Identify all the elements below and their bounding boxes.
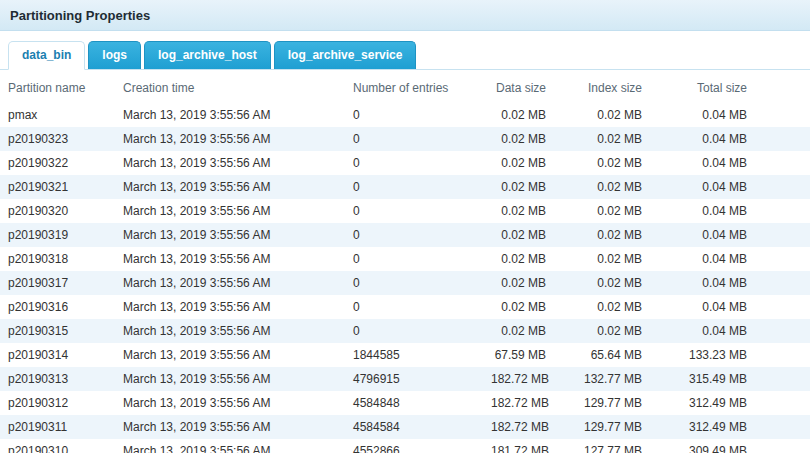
table-cell: 0.02 MB [560, 295, 660, 319]
table-cell: 0.02 MB [483, 319, 560, 343]
table-cell: 0.02 MB [560, 223, 660, 247]
table-cell: 4584584 [345, 415, 483, 439]
tab-logs[interactable]: logs [88, 41, 141, 69]
table-cell: 182.72 MB [483, 415, 560, 439]
table-cell: p20190316 [0, 295, 115, 319]
table-cell: 65.64 MB [560, 343, 660, 367]
column-header-data-size: Data size [483, 72, 560, 103]
table-cell: p20190322 [0, 151, 115, 175]
table-cell: March 13, 2019 3:55:56 AM [115, 247, 345, 271]
table-cell: 0.02 MB [483, 175, 560, 199]
table-row[interactable]: p20190318March 13, 2019 3:55:56 AM00.02 … [0, 247, 810, 271]
table-row[interactable]: p20190316March 13, 2019 3:55:56 AM00.02 … [0, 295, 810, 319]
table-row[interactable]: p20190310March 13, 2019 3:55:56 AM455286… [0, 439, 810, 453]
table-cell: March 13, 2019 3:55:56 AM [115, 175, 345, 199]
table-cell: 315.49 MB [660, 367, 810, 391]
table-cell: 67.59 MB [483, 343, 560, 367]
table-cell: 309.49 MB [660, 439, 810, 453]
table-cell: March 13, 2019 3:55:56 AM [115, 223, 345, 247]
table-cell: March 13, 2019 3:55:56 AM [115, 151, 345, 175]
table-row[interactable]: p20190312March 13, 2019 3:55:56 AM458484… [0, 391, 810, 415]
table-cell: 182.72 MB [483, 391, 560, 415]
table-cell: March 13, 2019 3:55:56 AM [115, 103, 345, 127]
table-cell: 182.72 MB [483, 367, 560, 391]
table-row[interactable]: p20190314March 13, 2019 3:55:56 AM184458… [0, 343, 810, 367]
table-cell: 4552866 [345, 439, 483, 453]
page-title: Partitioning Properties [10, 8, 150, 23]
table-cell: 0.04 MB [660, 247, 810, 271]
table-cell: 0 [345, 319, 483, 343]
column-header-creation-time: Creation time [115, 72, 345, 103]
table-cell: 129.77 MB [560, 415, 660, 439]
table-cell: March 13, 2019 3:55:56 AM [115, 415, 345, 439]
table-cell: 0 [345, 151, 483, 175]
table-row[interactable]: p20190322March 13, 2019 3:55:56 AM00.02 … [0, 151, 810, 175]
table-cell: March 13, 2019 3:55:56 AM [115, 295, 345, 319]
table-row[interactable]: pmaxMarch 13, 2019 3:55:56 AM00.02 MB0.0… [0, 103, 810, 127]
table-row[interactable]: p20190319March 13, 2019 3:55:56 AM00.02 … [0, 223, 810, 247]
table-cell: 0.02 MB [560, 175, 660, 199]
table-cell: 312.49 MB [660, 391, 810, 415]
table-cell: March 13, 2019 3:55:56 AM [115, 343, 345, 367]
table-cell: p20190320 [0, 199, 115, 223]
table-cell: 181.72 MB [483, 439, 560, 453]
table-cell: 0.02 MB [560, 151, 660, 175]
table-row[interactable]: p20190315March 13, 2019 3:55:56 AM00.02 … [0, 319, 810, 343]
table-cell: p20190317 [0, 271, 115, 295]
table-cell: p20190313 [0, 367, 115, 391]
table-cell: 0.02 MB [483, 271, 560, 295]
table-cell: 0 [345, 127, 483, 151]
table-cell: 0 [345, 103, 483, 127]
table-cell: 0.02 MB [483, 223, 560, 247]
table-cell: 0 [345, 199, 483, 223]
table-cell: March 13, 2019 3:55:56 AM [115, 367, 345, 391]
table-row[interactable]: p20190321March 13, 2019 3:55:56 AM00.02 … [0, 175, 810, 199]
table-cell: 0.02 MB [483, 151, 560, 175]
table-cell: March 13, 2019 3:55:56 AM [115, 319, 345, 343]
table-cell: 0.02 MB [560, 103, 660, 127]
table-cell: pmax [0, 103, 115, 127]
table-cell: March 13, 2019 3:55:56 AM [115, 127, 345, 151]
tab-log-archive-host[interactable]: log_archive_host [144, 41, 271, 69]
table-cell: 0 [345, 247, 483, 271]
table-cell: 0 [345, 295, 483, 319]
table-cell: p20190319 [0, 223, 115, 247]
table-row[interactable]: p20190311March 13, 2019 3:55:56 AM458458… [0, 415, 810, 439]
table-cell: March 13, 2019 3:55:56 AM [115, 271, 345, 295]
table-row[interactable]: p20190323March 13, 2019 3:55:56 AM00.02 … [0, 127, 810, 151]
table-cell: March 13, 2019 3:55:56 AM [115, 439, 345, 453]
table-cell: p20190314 [0, 343, 115, 367]
table-cell: 0.04 MB [660, 175, 810, 199]
column-header-index-size: Index size [560, 72, 660, 103]
table-cell: 0 [345, 223, 483, 247]
table-cell: 132.77 MB [560, 367, 660, 391]
table-cell: 0.04 MB [660, 151, 810, 175]
table-cell: 0 [345, 271, 483, 295]
table-cell: 0.02 MB [483, 247, 560, 271]
table-row[interactable]: p20190313March 13, 2019 3:55:56 AM479691… [0, 367, 810, 391]
table-cell: 0.02 MB [483, 127, 560, 151]
titlebar: Partitioning Properties [0, 0, 810, 31]
tab-data-bin[interactable]: data_bin [8, 41, 85, 70]
column-header-number-of-entries: Number of entries [345, 72, 483, 103]
table-cell: 4796915 [345, 367, 483, 391]
table-header-row: Partition name Creation time Number of e… [0, 72, 810, 103]
table-cell: 0.02 MB [560, 247, 660, 271]
tab-log-archive-service[interactable]: log_archive_service [274, 41, 417, 69]
table-cell: 0.02 MB [483, 295, 560, 319]
table-row[interactable]: p20190320March 13, 2019 3:55:56 AM00.02 … [0, 199, 810, 223]
table-row[interactable]: p20190317March 13, 2019 3:55:56 AM00.02 … [0, 271, 810, 295]
table-cell: March 13, 2019 3:55:56 AM [115, 391, 345, 415]
partitions-table: Partition name Creation time Number of e… [0, 72, 810, 453]
tab-bar: data_bin logs log_archive_host log_archi… [0, 31, 810, 70]
table-cell: p20190315 [0, 319, 115, 343]
table-cell: 0.02 MB [560, 127, 660, 151]
table-cell: p20190323 [0, 127, 115, 151]
table-cell: p20190318 [0, 247, 115, 271]
table-cell: 0.02 MB [560, 319, 660, 343]
table-cell: 0.04 MB [660, 103, 810, 127]
table-cell: 0.04 MB [660, 271, 810, 295]
table-cell: 129.77 MB [560, 391, 660, 415]
table-cell: p20190310 [0, 439, 115, 453]
table-body: pmaxMarch 13, 2019 3:55:56 AM00.02 MB0.0… [0, 103, 810, 453]
